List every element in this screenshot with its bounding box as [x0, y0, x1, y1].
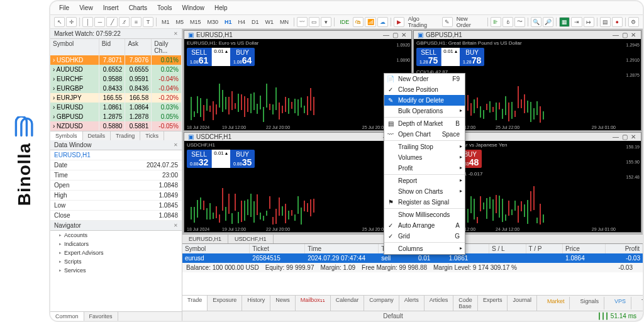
settings-icon[interactable]: ⚙ — [628, 17, 639, 27]
maximize-icon[interactable]: ▢ — [621, 31, 628, 38]
alert-icon[interactable]: ● — [612, 17, 623, 27]
ctx-item[interactable]: Volumes — [384, 152, 465, 163]
tester-link[interactable]: Tester — [636, 297, 644, 309]
close-icon[interactable]: ✕ — [630, 31, 637, 38]
one-click-panel[interactable]: SELL1.0861 0.01 ▴ BUY1.0864 — [187, 48, 255, 66]
nav-item[interactable]: Indicators — [50, 240, 182, 248]
tf-h1[interactable]: H1 — [222, 19, 235, 25]
menu-help[interactable]: Help — [211, 3, 231, 13]
ctx-item[interactable]: Show on Charts — [384, 186, 465, 197]
tab-ticks[interactable]: Ticks — [140, 131, 164, 140]
one-click-panel[interactable]: SELL1.2875 0.01 ▴ BUY1.2878 — [416, 48, 484, 66]
chart-type-icon[interactable]: 〰 — [297, 17, 308, 27]
mw-row[interactable]: › EURJPY166.55166.58-0.20% — [50, 93, 182, 103]
hline-icon[interactable]: ─ — [94, 17, 105, 27]
ctx-item[interactable]: Profit — [384, 163, 465, 174]
mw-row[interactable]: › USDHKD7.80717.80760.01% — [50, 55, 182, 65]
tab-trading[interactable]: Trading — [111, 131, 140, 140]
tf-w1[interactable]: W1 — [263, 19, 277, 25]
col-ask[interactable]: Ask — [125, 39, 152, 55]
candles-icon[interactable]: 🕯 — [502, 17, 513, 27]
minimize-icon[interactable]: — — [612, 31, 619, 38]
menu-window[interactable]: Window — [178, 3, 208, 13]
crosshair-icon[interactable]: ✛ — [66, 17, 77, 27]
tab-common[interactable]: Common — [50, 312, 84, 321]
shift-icon[interactable]: ↦ — [584, 17, 594, 27]
mw-row[interactable]: › EURUSD1.08611.08640.03% — [50, 103, 182, 112]
tab-favorites[interactable]: Favorites — [84, 312, 118, 321]
vps-link[interactable]: VPS — [609, 297, 631, 309]
tf-m5[interactable]: M5 — [173, 19, 186, 25]
ctx-item[interactable]: ✓Auto ArrangeA — [384, 220, 465, 231]
maximize-icon[interactable]: ▢ — [621, 133, 628, 140]
menu-charts[interactable]: Charts — [125, 3, 151, 13]
tab-trade[interactable]: Trade — [182, 296, 208, 311]
chart-window[interactable]: ▣USDCHF,H1—▢✕ USDCHF,H1 SELL0.8832 0.01 … — [184, 132, 412, 233]
zoom-in-icon[interactable]: 🔍 — [531, 17, 541, 27]
nav-item[interactable]: Scripts — [50, 257, 182, 266]
mw-row[interactable]: › EURCHF0.95880.9591-0.04% — [50, 74, 182, 84]
market-icon[interactable]: 🛍 — [353, 17, 364, 27]
new-order-button[interactable]: New Order — [454, 16, 485, 28]
channel-icon[interactable]: ⫽ — [119, 17, 130, 27]
tf-m1[interactable]: M1 — [159, 19, 172, 25]
algo-trading-button[interactable]: Algo Trading — [406, 16, 441, 28]
ctx-item[interactable]: Columns — [384, 243, 465, 254]
menu-insert[interactable]: Insert — [99, 3, 123, 13]
ctx-item[interactable]: Bulk Operations — [384, 106, 465, 116]
templates-icon[interactable]: ▾ — [321, 17, 331, 27]
tf-h4[interactable]: H4 — [235, 19, 248, 25]
ctx-item[interactable]: ✓GridG — [384, 231, 465, 242]
line-icon[interactable]: 〜 — [514, 17, 525, 27]
chart-window[interactable]: ▣EURUSD,H1—▢✕ EURUSD,H1: Euro vs US Doll… — [184, 30, 412, 131]
tile-icon[interactable]: ▦ — [559, 17, 570, 27]
zoom-out-icon[interactable]: 🔎 — [543, 17, 553, 27]
ctx-item[interactable]: 〰Open ChartSpace — [384, 129, 465, 140]
ctx-item[interactable]: Report — [384, 175, 465, 186]
nav-item[interactable]: Accounts — [50, 231, 182, 240]
signals-link[interactable]: Signals — [575, 297, 604, 309]
ctx-item[interactable]: ✎Modify or Delete — [384, 95, 465, 106]
col-bid[interactable]: Bid — [99, 39, 126, 55]
depth-icon[interactable]: ▤ — [600, 17, 611, 27]
tf-m30[interactable]: M30 — [204, 19, 221, 25]
chart-tab-2[interactable]: USDCHF,H1 — [228, 235, 274, 243]
indicators-icon[interactable]: ▭ — [309, 17, 319, 27]
menu-file[interactable]: File — [55, 3, 73, 13]
vps-icon[interactable]: ☁ — [377, 17, 388, 27]
signals-icon[interactable]: 📶 — [365, 17, 375, 27]
autoscroll-icon[interactable]: ⇥ — [571, 17, 582, 27]
minimize-icon[interactable]: — — [382, 31, 390, 38]
trendline-icon[interactable]: ╱ — [106, 17, 117, 27]
tab-symbols[interactable]: Symbols — [50, 131, 83, 140]
close-icon[interactable]: ✕ — [630, 133, 637, 140]
ctx-item[interactable]: 📄New OrderF9 — [384, 74, 465, 84]
close-icon[interactable]: ✕ — [400, 31, 408, 38]
mw-row[interactable]: › EURGBP0.84330.8436-0.04% — [50, 84, 182, 93]
bars-icon[interactable]: ⊪ — [491, 17, 501, 27]
ctx-item[interactable]: ✓Close Position — [384, 84, 465, 95]
col-chg[interactable]: Daily Ch... — [152, 39, 182, 55]
nav-item[interactable]: Services — [50, 266, 182, 275]
ctx-item[interactable]: Trailing Stop — [384, 142, 465, 152]
ctx-item[interactable]: Show Milliseconds — [384, 209, 465, 220]
ctx-item[interactable]: ▤Depth of MarketB — [384, 118, 465, 129]
neworder-icon[interactable]: ✎ — [442, 17, 453, 27]
maximize-icon[interactable]: ▢ — [391, 31, 399, 38]
text-icon[interactable]: T — [143, 17, 153, 27]
mw-row[interactable]: › GBPUSD1.28751.28780.05% — [50, 112, 182, 121]
close-icon[interactable]: ✕ — [174, 142, 178, 148]
close-icon[interactable]: ✕ — [174, 223, 178, 228]
ctx-item[interactable]: ⚑Register as Signal — [384, 197, 465, 208]
nav-item[interactable]: Expert Advisors — [50, 248, 182, 257]
minimize-icon[interactable]: — — [612, 133, 619, 140]
tf-m15[interactable]: M15 — [187, 19, 204, 25]
vline-icon[interactable]: │ — [82, 17, 93, 27]
chart-tab-1[interactable]: EURUSD,H1 — [182, 235, 228, 243]
mw-row[interactable]: › AUDUSD0.65520.65550.02% — [50, 65, 182, 74]
tab-details[interactable]: Details — [83, 131, 111, 140]
one-click-panel[interactable]: SELL0.8832 0.01 ▴ BUY0.8835 — [187, 150, 255, 168]
mw-row[interactable]: › NZDUSD0.58800.5881-0.05% — [50, 121, 182, 131]
tf-mn[interactable]: MN — [277, 19, 291, 25]
cursor-icon[interactable]: ↖ — [54, 17, 65, 27]
